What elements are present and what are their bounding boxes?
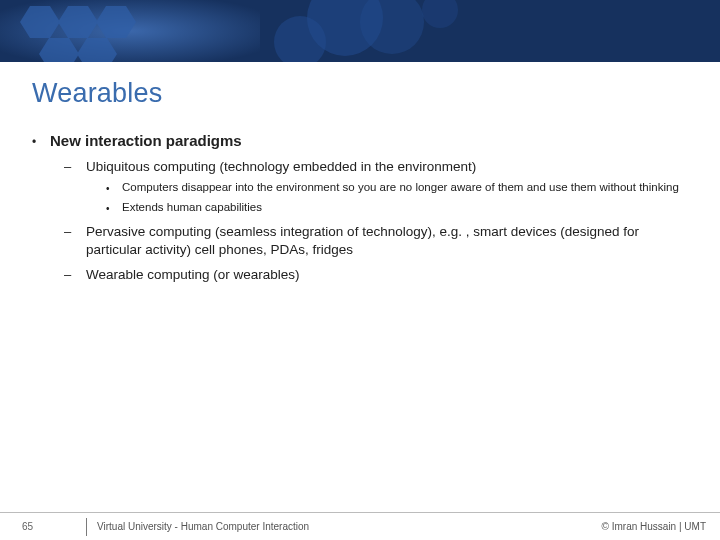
bullet-level2-text: Wearable computing (or wearables): [86, 266, 688, 284]
bullet-level3: • Extends human capabilities: [32, 200, 688, 216]
banner: [0, 0, 720, 62]
bullet-dash: –: [64, 158, 86, 176]
banner-pattern: [0, 0, 720, 62]
slide: Wearables • New interaction paradigms – …: [0, 0, 720, 540]
bullet-level1: • New interaction paradigms: [32, 131, 688, 151]
bullet-level1-text: New interaction paradigms: [50, 131, 242, 151]
bullet-level2-text: Ubiquitous computing (technology embedde…: [86, 158, 688, 176]
slide-title: Wearables: [0, 62, 720, 109]
bullet-level2: – Pervasive computing (seamless integrat…: [32, 223, 688, 259]
footer: 65 Virtual University - Human Computer I…: [0, 512, 720, 540]
page-number: 65: [0, 513, 80, 540]
bullet-level3-text: Computers disappear into the environment…: [122, 180, 688, 196]
content-area: • New interaction paradigms – Ubiquitous…: [0, 109, 720, 540]
bullet-level2-text: Pervasive computing (seamless integratio…: [86, 223, 688, 259]
footer-divider: [86, 518, 87, 536]
bullet-level3: • Computers disappear into the environme…: [32, 180, 688, 196]
bullet-level2: – Ubiquitous computing (technology embed…: [32, 158, 688, 176]
bullet-dot: •: [106, 200, 122, 216]
bullet-dash: –: [64, 266, 86, 284]
bullet-dot: •: [32, 131, 50, 150]
bullet-dot: •: [106, 180, 122, 196]
footer-course: Virtual University - Human Computer Inte…: [97, 521, 602, 532]
bullet-level2: – Wearable computing (or wearables): [32, 266, 688, 284]
footer-credit: © Imran Hussain | UMT: [602, 521, 720, 532]
bullet-level3-text: Extends human capabilities: [122, 200, 688, 216]
bullet-dash: –: [64, 223, 86, 241]
